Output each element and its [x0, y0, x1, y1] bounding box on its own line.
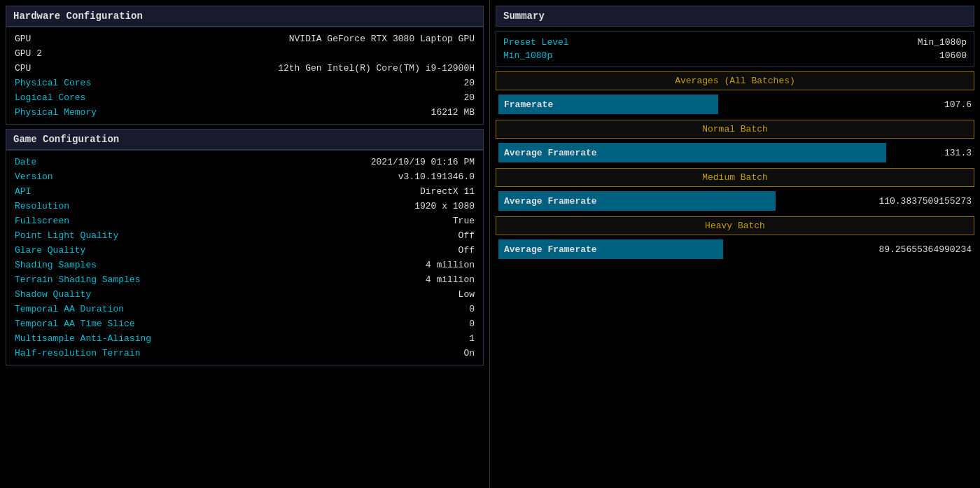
game-header: Game Configuration: [6, 129, 484, 150]
game-row-shadow: Shadow Quality Low: [6, 287, 483, 302]
game-value-point-light: Off: [458, 230, 475, 241]
hw-value-logical-cores: 20: [463, 92, 475, 103]
medium-framerate-value: 110.3837509155273: [878, 196, 972, 207]
averages-section: Averages (All Batches) Framerate 107.6: [496, 71, 974, 116]
game-value-resolution: 1920 x 1080: [414, 201, 475, 211]
hardware-content: GPU NVIDIA GeForce RTX 3080 Laptop GPU G…: [6, 27, 484, 125]
medium-bar-container: Average Framerate: [498, 191, 873, 211]
hw-label-logical-cores: Logical Cores: [15, 92, 85, 103]
hw-label-physical-cores: Physical Cores: [15, 78, 91, 88]
framerate-bar: Framerate: [498, 95, 718, 114]
hw-row-gpu: GPU NVIDIA GeForce RTX 3080 Laptop GPU: [6, 32, 483, 46]
game-row-temporal-slice: Temporal AA Time Slice 0: [6, 316, 483, 331]
game-row-point-light: Point Light Quality Off: [6, 228, 483, 243]
game-value-shading: 4 million: [426, 260, 475, 270]
preset-sub-row: Min_1080p 10600: [503, 49, 967, 62]
left-panel: Hardware Configuration GPU NVIDIA GeForc…: [0, 0, 490, 488]
hw-label-physical-memory: Physical Memory: [15, 107, 97, 118]
game-row-half-terrain: Half-resolution Terrain On: [6, 346, 483, 361]
game-label-shadow: Shadow Quality: [15, 289, 91, 300]
game-label-shading: Shading Samples: [15, 260, 97, 270]
heavy-batch-header: Heavy Batch: [496, 216, 974, 235]
hw-label-cpu: CPU: [15, 63, 31, 74]
game-label-temporal-dur: Temporal AA Duration: [15, 304, 124, 314]
hw-row-cpu: CPU 12th Gen Intel(R) Core(TM) i9-12900H: [6, 61, 483, 76]
game-label-point-light: Point Light Quality: [15, 230, 118, 241]
hw-value-physical-cores: 20: [463, 78, 475, 88]
normal-batch-section: Normal Batch Average Framerate 131.3: [496, 120, 974, 164]
game-row-glare: Glare Quality Off: [6, 243, 483, 258]
game-value-temporal-dur: 0: [469, 304, 475, 314]
preset-value: Min_1080p: [918, 37, 967, 48]
game-row-msaa: Multisample Anti-Aliasing 1: [6, 331, 483, 346]
medium-batch-section: Medium Batch Average Framerate 110.38375…: [496, 168, 974, 212]
hardware-header: Hardware Configuration: [6, 6, 484, 27]
normal-framerate-value: 131.3: [944, 148, 972, 158]
heavy-bar-container: Average Framerate: [498, 239, 873, 259]
preset-row: Preset Level Min_1080p: [503, 36, 967, 49]
game-value-date: 2021/10/19 01:16 PM: [371, 157, 475, 167]
hw-row-logical-cores: Logical Cores 20: [6, 90, 483, 105]
game-value-glare: Off: [458, 245, 475, 256]
game-row-fullscreen: Fullscreen True: [6, 214, 483, 228]
heavy-framerate-row: Average Framerate 89.25655364990234: [496, 238, 974, 260]
averages-header: Averages (All Batches): [496, 71, 974, 90]
hw-row-physical-memory: Physical Memory 16212 MB: [6, 105, 483, 120]
normal-batch-header: Normal Batch: [496, 120, 974, 139]
hw-label-gpu: GPU: [15, 34, 31, 44]
normal-framerate-row: Average Framerate 131.3: [496, 141, 974, 164]
summary-title: Summary: [496, 6, 974, 27]
game-value-msaa: 1: [469, 333, 475, 344]
normal-framerate-bar: Average Framerate: [498, 143, 886, 162]
game-section: Game Configuration Date 2021/10/19 01:16…: [6, 129, 484, 365]
framerate-row: Framerate 107.6: [496, 93, 974, 116]
medium-framerate-label: Average Framerate: [504, 196, 597, 207]
game-label-date: Date: [15, 157, 36, 167]
game-row-resolution: Resolution 1920 x 1080: [6, 199, 483, 214]
game-value-shadow: Low: [458, 289, 475, 300]
game-label-glare: Glare Quality: [15, 245, 85, 256]
medium-batch-header: Medium Batch: [496, 168, 974, 187]
heavy-framerate-bar: Average Framerate: [498, 239, 723, 259]
medium-framerate-row: Average Framerate 110.3837509155273: [496, 190, 974, 212]
game-row-terrain-shading: Terrain Shading Samples 4 million: [6, 272, 483, 287]
game-label-temporal-slice: Temporal AA Time Slice: [15, 319, 135, 329]
game-label-version: Version: [15, 172, 53, 182]
hw-value-physical-memory: 16212 MB: [431, 107, 475, 118]
game-value-terrain-shading: 4 million: [426, 274, 475, 285]
hw-label-gpu2: GPU 2: [15, 48, 42, 59]
game-row-version: Version v3.10.191346.0: [6, 169, 483, 184]
game-value-half-terrain: On: [463, 348, 475, 358]
preset-sub-label: Min_1080p: [503, 50, 552, 61]
game-row-shading: Shading Samples 4 million: [6, 258, 483, 272]
hw-row-physical-cores: Physical Cores 20: [6, 76, 483, 90]
game-row-api: API DirectX 11: [6, 184, 483, 199]
normal-bar-container: Average Framerate: [498, 143, 939, 162]
game-label-resolution: Resolution: [15, 201, 69, 211]
game-label-msaa: Multisample Anti-Aliasing: [15, 333, 151, 344]
preset-sub-value: 10600: [939, 50, 967, 61]
game-label-fullscreen: Fullscreen: [15, 216, 69, 226]
hardware-section: Hardware Configuration GPU NVIDIA GeForc…: [6, 6, 484, 125]
game-row-date: Date 2021/10/19 01:16 PM: [6, 155, 483, 169]
framerate-bar-container: Framerate: [498, 95, 939, 114]
game-value-api: DirectX 11: [420, 186, 475, 197]
framerate-value: 107.6: [944, 99, 972, 110]
medium-framerate-bar: Average Framerate: [498, 191, 776, 211]
game-label-terrain-shading: Terrain Shading Samples: [15, 274, 140, 285]
game-value-temporal-slice: 0: [469, 319, 475, 329]
hw-row-gpu2: GPU 2: [6, 46, 483, 61]
framerate-bar-label: Framerate: [504, 99, 553, 110]
preset-label: Preset Level: [503, 37, 569, 48]
game-content: Date 2021/10/19 01:16 PM Version v3.10.1…: [6, 150, 484, 365]
heavy-batch-section: Heavy Batch Average Framerate 89.2565536…: [496, 216, 974, 260]
heavy-framerate-value: 89.25655364990234: [878, 244, 972, 255]
heavy-framerate-label: Average Framerate: [504, 244, 597, 255]
normal-framerate-label: Average Framerate: [504, 148, 597, 158]
game-label-api: API: [15, 186, 31, 197]
game-value-version: v3.10.191346.0: [398, 172, 475, 182]
game-row-temporal-dur: Temporal AA Duration 0: [6, 302, 483, 316]
game-value-fullscreen: True: [453, 216, 475, 226]
preset-section: Preset Level Min_1080p Min_1080p 10600: [496, 31, 974, 67]
hw-value-cpu: 12th Gen Intel(R) Core(TM) i9-12900H: [278, 63, 475, 74]
